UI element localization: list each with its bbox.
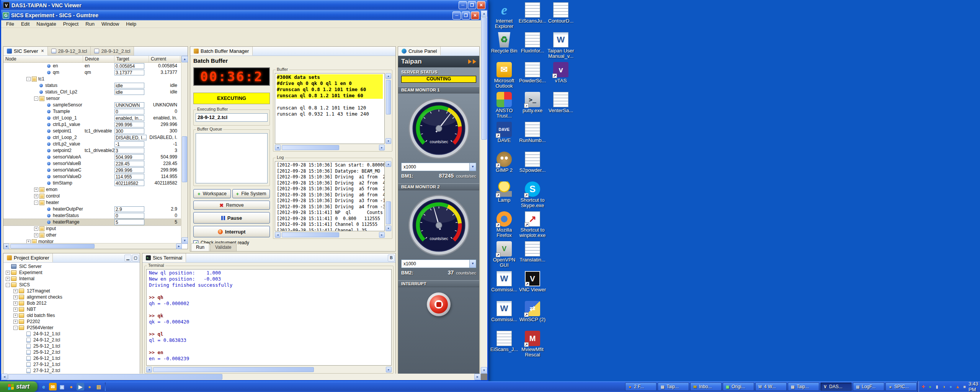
- remove-button[interactable]: ✖ Remove: [193, 201, 270, 210]
- target-value-field[interactable]: 402118582: [114, 180, 144, 186]
- scroll-right-icon[interactable]: ►: [474, 374, 481, 380]
- explorer-item[interactable]: +12Tmagnet: [3, 288, 140, 294]
- vnc-vertical-scrollbar[interactable]: ▲ ▼: [481, 10, 487, 374]
- desktop-icon-commissi-[interactable]: WCommissi...: [489, 301, 519, 331]
- expand-icon[interactable]: +: [6, 277, 10, 281]
- log-hscrollbar[interactable]: ◄ ►: [275, 232, 385, 238]
- scroll-down-icon[interactable]: ▼: [481, 367, 487, 374]
- minimize-button[interactable]: ─: [459, 1, 467, 9]
- target-value-field[interactable]: -1: [114, 141, 144, 147]
- menu-help[interactable]: Help: [122, 21, 140, 27]
- scroll-left-icon[interactable]: ◄: [1, 374, 8, 380]
- desktop-icon-s2powder-[interactable]: S2powder...: [518, 152, 547, 181]
- explorer-item[interactable]: 25-9-12_1.tcl: [3, 343, 140, 349]
- taskbar-button-4-w-[interactable]: W4 W...: [755, 382, 787, 391]
- vnc-titlebar[interactable]: V DAS1-TAIPAN - VNC Viewer ─ ❐ ✕: [1, 0, 487, 10]
- tree-row[interactable]: +control: [3, 193, 181, 199]
- scroll-down-icon[interactable]: ▼: [385, 225, 391, 231]
- terminal-toolbar-b-button[interactable]: B: [388, 255, 395, 261]
- tray-icon[interactable]: ▮: [934, 384, 940, 390]
- target-value-field[interactable]: 3.17377: [114, 70, 144, 75]
- target-value-field[interactable]: UNKNOWN: [114, 102, 144, 108]
- explorer-item[interactable]: +NBT: [3, 306, 140, 312]
- taskbar-button-taip-[interactable]: ▤Taip...: [658, 382, 689, 391]
- target-value-field[interactable]: 300: [114, 128, 144, 134]
- close-tab-icon[interactable]: ×: [41, 48, 44, 54]
- expand-icon[interactable]: +: [13, 320, 18, 324]
- menu-edit[interactable]: Edit: [18, 21, 33, 27]
- target-value-field[interactable]: 114.955: [114, 174, 144, 180]
- tab-28-9-12_3.tcl[interactable]: 28-9-12_3.tcl: [48, 47, 91, 56]
- scroll-down-icon[interactable]: ▼: [385, 138, 391, 144]
- explorer-item[interactable]: 24-9-12_2.tcl: [3, 337, 140, 343]
- desktop-icon-ventersa-[interactable]: VenterSa...: [546, 92, 576, 122]
- target-value-field[interactable]: idle: [114, 83, 144, 88]
- desktop-icon-recycle-bin[interactable]: ♻Recycle Bin: [489, 32, 519, 62]
- tray-icon[interactable]: ◑: [941, 384, 947, 390]
- minimize-view-button[interactable]: ▁: [124, 255, 131, 261]
- expand-icon[interactable]: +: [34, 227, 38, 231]
- explorer-item[interactable]: 24-9-12_1.tcl: [3, 331, 140, 337]
- menu-project[interactable]: Project: [60, 21, 82, 27]
- collapse-icon[interactable]: -: [34, 96, 38, 101]
- desktop-icon-fluxinfor-[interactable]: FluxInfor...: [518, 32, 547, 62]
- terminal-output[interactable]: New ql position: 1.000New en position: -…: [146, 269, 392, 366]
- terminal-hscrollbar[interactable]: ◄ ►: [146, 367, 392, 372]
- tree-row[interactable]: heaterRange55: [3, 219, 181, 225]
- target-value-field[interactable]: 299.996: [114, 122, 144, 127]
- interrupt-stop-button[interactable]: [427, 292, 451, 316]
- taskbar-button-inbo-[interactable]: ✉Inbo...: [690, 382, 722, 391]
- target-value-field[interactable]: 0: [114, 213, 144, 219]
- explorer-item[interactable]: +Internal: [3, 276, 140, 282]
- chevron-down-icon[interactable]: ▼: [469, 260, 476, 268]
- file-system-button[interactable]: + File System: [232, 189, 270, 198]
- buffer-hscrollbar[interactable]: ◄ ►: [275, 145, 385, 150]
- buffer-queue-list[interactable]: [196, 133, 268, 183]
- collapse-icon[interactable]: -: [26, 77, 31, 81]
- quicklaunch-show-desktop-icon[interactable]: ▣: [58, 383, 66, 390]
- target-value-field[interactable]: enabled, In...: [114, 115, 144, 121]
- workspace-button[interactable]: + Workspace: [193, 189, 231, 198]
- expand-icon[interactable]: +: [13, 314, 18, 318]
- desktop-icon-contourd-[interactable]: ContourD...: [546, 2, 576, 32]
- app-minimize-button[interactable]: ─: [452, 11, 461, 20]
- tray-icon[interactable]: ■: [962, 384, 967, 390]
- tab-validate[interactable]: Validate: [210, 243, 236, 251]
- desktop-icon-eiscansju-[interactable]: EiScansJu...: [518, 2, 547, 32]
- tray-icon[interactable]: ▲: [955, 384, 960, 390]
- column-header-target[interactable]: Target: [114, 56, 149, 62]
- sic-horizontal-scrollbar[interactable]: ◄ ►: [3, 243, 182, 249]
- scroll-up-icon[interactable]: ▲: [181, 56, 188, 62]
- column-header-node[interactable]: Node: [3, 56, 83, 62]
- desktop-icon-microsoft-outlook[interactable]: ✉Microsoft Outlook: [489, 62, 519, 92]
- menu-file[interactable]: File: [3, 21, 18, 27]
- target-value-field[interactable]: 2.9: [114, 206, 144, 212]
- tree-row[interactable]: heaterStatus00: [3, 212, 181, 219]
- tree-row[interactable]: sensorValueD114.955114.955: [3, 173, 181, 180]
- desktop-icon-commissi-[interactable]: WCommissi...: [489, 271, 519, 301]
- quicklaunch-internet-explorer-icon[interactable]: e: [40, 383, 47, 390]
- expand-icon[interactable]: +: [13, 301, 18, 305]
- explorer-item[interactable]: 27-9-12_2.tcl: [3, 368, 140, 374]
- explorer-item[interactable]: +Bob 2012: [3, 300, 140, 306]
- tab-sics-terminal[interactable]: >_ Sics Terminal: [142, 253, 186, 262]
- target-value-field[interactable]: DISABLED, I...: [114, 135, 147, 140]
- explorer-item[interactable]: +old batch files: [3, 312, 140, 318]
- scroll-left-icon[interactable]: ◄: [275, 232, 281, 238]
- tree-row[interactable]: sensorValueC299.996299.996: [3, 167, 181, 173]
- tree-row[interactable]: +other: [3, 232, 181, 238]
- scroll-left-icon[interactable]: ◄: [3, 243, 9, 249]
- expand-icon[interactable]: +: [34, 194, 38, 198]
- desktop-icon-putty-exe[interactable]: >_↗putty.exe: [518, 92, 547, 122]
- app-maximize-button[interactable]: ❐: [462, 11, 470, 20]
- tree-row[interactable]: sampleSensorUNKNOWNUNKNOWN: [3, 102, 181, 108]
- tree-row[interactable]: -tc1: [3, 76, 181, 82]
- tab-cruise-panel[interactable]: Cruise Panel: [398, 47, 441, 56]
- sic-vertical-scrollbar[interactable]: ▲ ▼: [181, 56, 188, 244]
- tree-row[interactable]: setpoint1tc1_driveable300300: [3, 128, 181, 134]
- expand-icon[interactable]: +: [6, 271, 10, 275]
- desktop-icon-vtas[interactable]: v↗vTAS: [546, 62, 576, 92]
- multiplier-select[interactable]: x1000▼: [401, 163, 476, 171]
- desktop-icon-openvpn-gui[interactable]: V↗OpenVPN GUI: [489, 241, 519, 271]
- desktop-icon-vnc-viewer[interactable]: V↗VNC Viewer: [518, 271, 547, 301]
